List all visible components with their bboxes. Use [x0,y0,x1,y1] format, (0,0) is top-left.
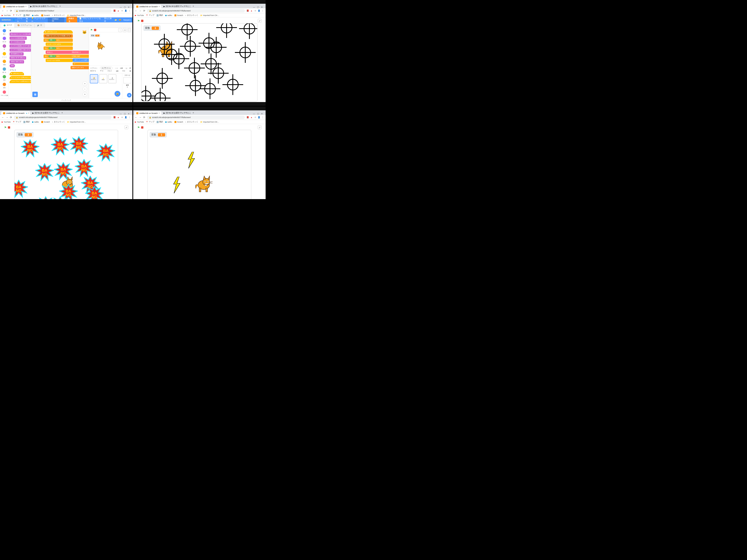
extension-icon[interactable]: ▲ [117,116,120,118]
bookmark-youtube[interactable]: ▶YouTube [2,14,10,17]
stop-button[interactable] [141,20,144,22]
bookmark-makeblock[interactable]: ○まけぶろっく [52,121,65,123]
user-avatar[interactable]: 🐱 [119,19,121,21]
block-vol-set[interactable]: 音量を 100 にする [9,60,24,63]
bookmark-youtube[interactable]: ▶YouTube [2,121,10,123]
close-icon[interactable]: ✕ [128,113,129,115]
sprite-thumb-3[interactable]: ⊕スプライ… [108,74,117,83]
fullscreen-button[interactable]: ⛶ [127,28,131,32]
close-icon[interactable]: ✕ [261,113,263,115]
stage-preview[interactable]: 変数3 [89,32,132,65]
language-button[interactable]: 🌐 [12,19,15,21]
cat-operators[interactable] [3,75,6,78]
extension-icon[interactable]: ▲ [250,9,253,12]
stage-thumb[interactable] [124,77,131,83]
reload-button[interactable]: ⟳ [10,9,12,12]
close-icon[interactable]: ✕ [261,6,263,8]
cat-control[interactable] [3,60,6,63]
tab-youtube[interactable]: ▶ (9) No.16 お節介アレクサとことわざク…× [162,111,191,115]
block-pitch-set[interactable]: ピッチ ▾ の効果を 100 にする [9,48,31,52]
profile-icon[interactable]: 👤 [258,116,260,118]
bookmark-imported[interactable]: 📁Imported from Chr… [200,121,219,123]
extension-icon[interactable]: 📕 [247,116,249,118]
bookmark-scratch[interactable]: 🟧Scratch [41,121,50,123]
block-when-sprite[interactable]: このスプライトが押されたとき [9,80,31,83]
file-menu[interactable]: ファイル [17,17,24,23]
script-stack-main[interactable]: ▶ が押されたとき 変数 ▾ を 1 から 3 までの乱数 にする もし 変数 … [44,30,73,63]
tab-youtube[interactable]: ▶ (9) No.16 お節介アレクサとことわざク…× [29,4,58,8]
bookmark-imported[interactable]: 📁Imported from Chr… [67,121,86,123]
cat-variables[interactable] [3,83,6,86]
script-workspace[interactable]: 🐱 ▶ が押されたとき 変数 ▾ を 1 から 3 までの乱数 にする もし 変… [31,28,89,98]
scratch-logo[interactable]: SCRATCH [2,19,10,21]
edit-menu[interactable]: 編集 [26,17,29,23]
green-flag-button[interactable]: ⚑ [137,19,140,22]
bookmark-translate[interactable]: 🔤翻訳 [156,121,163,123]
stop-button[interactable] [8,126,10,129]
variable-monitor[interactable]: 変数1 [150,132,166,137]
exit-fullscreen-button[interactable]: ⤢ [258,19,261,23]
menu-icon[interactable]: ⋮ [261,116,264,118]
block-play[interactable]: ニャー ▾ の音を鳴らす [9,36,27,40]
close-icon[interactable]: × [25,5,27,8]
stop-button[interactable] [94,29,96,31]
folder-icon[interactable]: 📁 [114,19,117,21]
username[interactable]: NaoyanJ [123,19,131,21]
stage-fullscreen[interactable]: 変数3 [141,23,258,101]
favorite-icon[interactable]: ☆ [254,116,256,118]
stage-fullscreen[interactable]: 変数1 [148,130,251,199]
bookmark-scratch[interactable]: 🟧Scratch [41,14,50,17]
bookmark-youtube[interactable]: ▶YouTube [135,14,144,17]
stage-small-button[interactable]: ▫ [118,28,122,32]
favorite-icon[interactable]: ☆ [254,9,256,12]
favorite-icon[interactable]: ☆ [121,116,123,118]
new-tab-button[interactable]: + [191,4,195,8]
close-icon[interactable]: ✕ [128,6,129,8]
back-button[interactable]: ← [135,116,137,119]
bookmark-scratch[interactable]: 🟧Scratch [174,14,183,17]
exit-fullscreen-button[interactable]: ⤢ [258,126,261,129]
stage-fullscreen[interactable]: 変数3 BANG BANG BANG BANG BANG BANG BANG B… [14,130,118,199]
bookmark-makeblock[interactable]: ○まけぶろっく [185,14,198,17]
cat-sensing[interactable] [3,68,6,71]
cat-sound[interactable] [3,44,6,48]
variable-monitor[interactable]: 変数3 [90,34,100,37]
block-play-until[interactable]: 終わるまで ニャー ▾ の音を鳴らす [9,32,31,36]
tab-scratch[interactable]: 🟧 Untitled-69 on Scratch× [1,5,28,8]
minimize-icon[interactable]: — [253,113,255,115]
tab-scratch[interactable]: 🟧 Untitled-69 on Scratch× [134,5,161,8]
maximize-icon[interactable]: ▢ [257,6,259,8]
sprite-thumb-1[interactable]: 🐱スプライ… [90,74,98,83]
menu-icon[interactable]: ⋮ [128,116,131,118]
new-tab-button[interactable]: + [191,111,195,115]
extension-icon[interactable]: 📕 [113,9,116,12]
tab-scratch[interactable]: 🟧 Untitled-69 on Scratch●× [1,111,30,115]
block-when-flag[interactable]: ▶ が押されたとき [9,72,24,75]
tab-scratch[interactable]: 🟧 Untitled-69 on Scratch× [134,111,161,115]
green-flag-button[interactable]: ⚑ [4,126,7,129]
exit-fullscreen-button[interactable]: ⤢ [125,126,128,129]
bookmark-maps[interactable]: 📍マップ [146,121,154,123]
green-flag-button[interactable]: ⚑ [90,28,93,31]
bookmark-youtube[interactable]: ▶YouTube [135,121,144,123]
address-bar[interactable]: 🔒scratch.mit.edu/projects/449645077/full… [14,116,112,119]
block-stop-all[interactable]: すべての音を止める [9,41,25,44]
maximize-icon[interactable]: ▢ [124,113,126,115]
bookmark-translate[interactable]: 🔤翻訳 [23,121,30,123]
back-button[interactable]: ← [2,116,4,119]
bookmark-maps[interactable]: 📍マップ [12,121,21,123]
script-stack-define[interactable]: 定義 体当たり 3 回繰り返す 1 秒で どこかの場所 ▾ へ行く ↺ 変数 ▾… [71,51,89,70]
extension-icon[interactable]: 📕 [113,116,116,118]
bookmark-scratch[interactable]: 🟧Scratch [174,121,183,123]
extension-icon[interactable]: ▲ [250,116,253,118]
new-tab-button[interactable]: + [58,4,62,8]
variable-monitor[interactable]: 変数3 [144,26,160,31]
stop-button[interactable] [141,126,144,129]
minimize-icon[interactable]: — [253,6,255,8]
favorite-icon[interactable]: ☆ [121,9,123,12]
new-tab-button[interactable]: + [60,111,64,115]
profile-icon[interactable]: 👤 [125,9,127,12]
bookmark-imported[interactable]: 📁Imported from Chr… [67,14,86,17]
maximize-icon[interactable]: ▢ [257,113,259,115]
zoom-out-button[interactable]: − [83,87,87,91]
